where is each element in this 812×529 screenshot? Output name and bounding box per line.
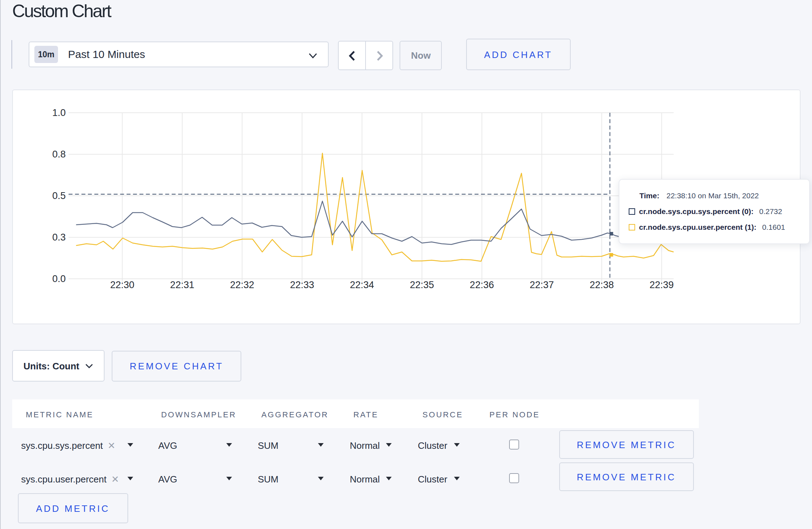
svg-text:22:33: 22:33 bbox=[290, 280, 314, 290]
svg-text:22:31: 22:31 bbox=[170, 280, 195, 290]
svg-text:0.0: 0.0 bbox=[52, 273, 66, 284]
svg-text:0.3: 0.3 bbox=[52, 232, 66, 243]
svg-text:22:37: 22:37 bbox=[530, 280, 554, 290]
svg-text:22:39: 22:39 bbox=[650, 280, 674, 290]
svg-text:22:35: 22:35 bbox=[410, 280, 434, 290]
svg-text:22:38: 22:38 bbox=[590, 280, 614, 290]
svg-text:0.8: 0.8 bbox=[52, 149, 66, 160]
svg-text:22:32: 22:32 bbox=[230, 280, 255, 290]
svg-text:1.0: 1.0 bbox=[52, 107, 66, 118]
svg-text:22:34: 22:34 bbox=[350, 280, 374, 290]
svg-text:22:36: 22:36 bbox=[470, 280, 494, 290]
svg-text:0.5: 0.5 bbox=[52, 190, 66, 201]
svg-text:22:30: 22:30 bbox=[110, 280, 135, 290]
